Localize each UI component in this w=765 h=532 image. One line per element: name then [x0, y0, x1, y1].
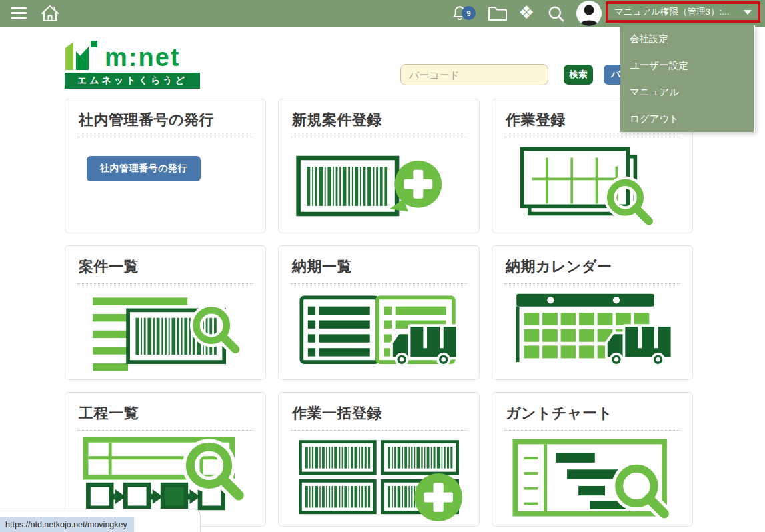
card-new-project[interactable]: 新規案件登録	[278, 99, 480, 233]
card-internal-id-issue[interactable]: 社内管理番号の発行 社内管理番号の発行	[65, 99, 266, 233]
calendar-truck-icon	[509, 290, 676, 375]
search-button[interactable]: 検索	[564, 65, 593, 85]
barcodes-plus-icon	[295, 437, 463, 522]
menu-item-manual[interactable]: マニュアル	[620, 79, 754, 105]
card-title: ガントチャート	[506, 403, 680, 423]
card-work-bulk-register[interactable]: 作業一括登録	[278, 392, 480, 527]
card-title: 納期一覧	[292, 257, 467, 277]
brand-subtitle: エムネットくらうど	[65, 73, 200, 89]
gantt-search-icon	[509, 437, 676, 522]
card-title: 納期カレンダー	[506, 257, 680, 277]
logo-mark-icon	[65, 38, 98, 70]
card-project-list[interactable]: 案件一覧	[65, 245, 266, 380]
caret-down-icon	[744, 10, 752, 15]
folder-icon[interactable]	[488, 6, 508, 21]
card-title: 新規案件登録	[292, 110, 467, 130]
barcode-search-input[interactable]	[400, 64, 548, 85]
card-title: 工程一覧	[79, 403, 253, 423]
card-title: 作業一括登録	[292, 403, 467, 423]
table-search-icon	[512, 144, 672, 228]
menu-item-user-settings[interactable]: ユーザー設定	[620, 52, 754, 79]
card-process-list[interactable]: 工程一覧	[65, 392, 266, 527]
barcode-plus-icon	[295, 144, 463, 228]
menu-card-grid: 社内管理番号の発行 社内管理番号の発行 新規案件登録 作業登録	[65, 99, 694, 527]
list-barcode-search-icon	[85, 290, 246, 375]
dropbox-icon[interactable]: ❖	[518, 1, 534, 24]
user-avatar[interactable]	[576, 1, 602, 26]
menu-item-company-settings[interactable]: 会社設定	[620, 25, 754, 52]
account-menu: 会社設定 ユーザー設定 マニュアル ログアウト	[620, 25, 755, 132]
card-title: 社内管理番号の発行	[79, 110, 253, 130]
search-icon[interactable]	[547, 5, 566, 23]
card-due-date-calendar[interactable]: 納期カレンダー	[492, 245, 693, 380]
app-logo[interactable]: m:net エムネットくらうど	[65, 38, 200, 89]
brand-name: m:net	[105, 45, 180, 70]
menu-item-logout[interactable]: ログアウト	[620, 105, 754, 132]
account-role-label: マニュアル権限（管理3）:...	[614, 6, 740, 18]
internal-id-issue-button[interactable]: 社内管理番号の発行	[87, 156, 201, 181]
top-navigation-bar: 9 ❖ マニュアル権限（管理3）:...	[0, 0, 765, 27]
card-gantt-chart[interactable]: ガントチャート	[492, 392, 693, 527]
home-icon[interactable]	[40, 4, 60, 23]
card-due-date-list[interactable]: 納期一覧	[278, 245, 480, 380]
status-bar: https://ntd.netkojo.net/movingkey	[0, 509, 201, 532]
card-title: 案件一覧	[79, 257, 253, 277]
divider	[77, 137, 253, 137]
notification-badge: 9	[462, 6, 476, 20]
status-url: https://ntd.netkojo.net/movingkey	[0, 517, 134, 532]
account-role-dropdown[interactable]: マニュアル権限（管理3）:...	[606, 1, 760, 23]
ledger-truck-icon	[295, 290, 462, 375]
hamburger-menu-icon[interactable]	[11, 7, 27, 19]
